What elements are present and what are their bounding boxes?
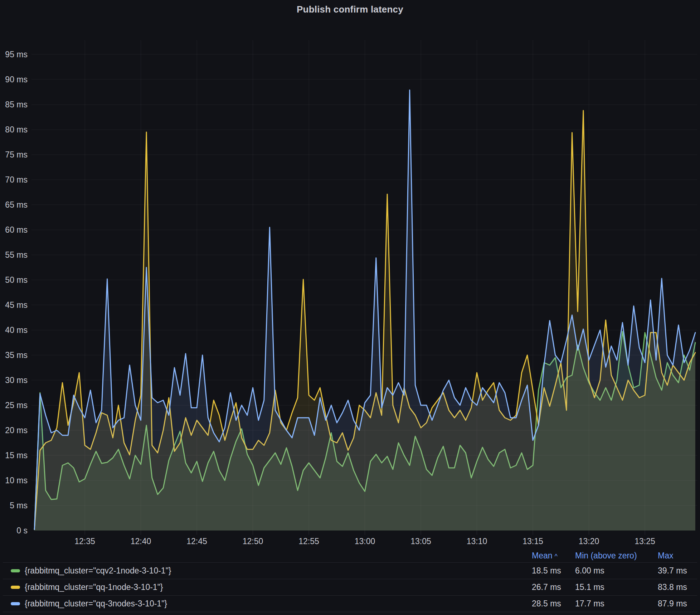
x-tick-label: 12:45 <box>186 537 207 546</box>
y-tick-label: 30 ms <box>5 376 28 385</box>
legend-series-label[interactable]: {rabbitmq_cluster="qq-3nodes-3-10-1"} <box>25 596 167 612</box>
min-value: 6.00 ms <box>575 563 604 579</box>
y-tick-label: 50 ms <box>5 275 28 285</box>
y-axis-labels: 0 s5 ms10 ms15 ms20 ms25 ms30 ms35 ms40 … <box>5 50 28 535</box>
min-value: 17.7 ms <box>575 596 604 612</box>
y-tick-label: 60 ms <box>5 225 28 234</box>
mean-value: 26.7 ms <box>532 579 561 595</box>
x-tick-label: 13:10 <box>467 537 487 546</box>
legend-sort-header-max[interactable]: Max <box>658 549 673 562</box>
legend-series-label[interactable]: {rabbitmq_cluster="cqv2-1node-3-10-1"} <box>25 563 171 579</box>
y-tick-label: 20 ms <box>5 426 28 435</box>
max-value: 83.8 ms <box>658 579 687 595</box>
max-value: 87.9 ms <box>658 596 687 612</box>
x-tick-label: 12:35 <box>74 537 95 546</box>
y-tick-label: 65 ms <box>5 200 28 209</box>
mean-value: 18.5 ms <box>532 563 561 579</box>
x-axis-labels: 12:3512:4012:4512:5012:5513:0013:0513:10… <box>74 537 655 546</box>
y-tick-label: 15 ms <box>5 451 28 460</box>
y-tick-label: 80 ms <box>5 125 28 134</box>
x-tick-label: 13:05 <box>410 537 431 546</box>
y-tick-label: 35 ms <box>5 350 28 360</box>
series-color-swatch[interactable] <box>11 569 20 572</box>
y-tick-label: 45 ms <box>5 300 28 310</box>
time-series-plot[interactable]: 0 s5 ms10 ms15 ms20 ms25 ms30 ms35 ms40 … <box>0 0 700 615</box>
legend-series-label[interactable]: {rabbitmq_cluster="qq-1node-3-10-1"} <box>25 579 163 595</box>
y-tick-label: 40 ms <box>5 325 28 335</box>
legend-sort-header-min-above-zero-[interactable]: Min (above zero) <box>575 549 637 562</box>
y-tick-label: 25 ms <box>5 401 28 410</box>
grafana-graph-panel: Publish confirm latency 0 s5 ms10 ms15 m… <box>0 0 700 615</box>
y-tick-label: 0 s <box>16 526 28 535</box>
x-tick-label: 12:40 <box>131 537 151 546</box>
y-tick-label: 75 ms <box>5 150 28 159</box>
y-tick-label: 90 ms <box>5 75 28 84</box>
y-tick-label: 55 ms <box>5 250 28 260</box>
sort-ascending-icon: ^ <box>555 553 558 560</box>
legend-row-separator <box>3 612 697 612</box>
y-tick-label: 85 ms <box>5 100 28 109</box>
series-color-swatch[interactable] <box>11 602 20 605</box>
y-tick-label: 95 ms <box>5 50 28 59</box>
y-tick-label: 70 ms <box>5 175 28 184</box>
legend-sort-header-mean[interactable]: Mean^ <box>532 549 558 562</box>
series-color-swatch[interactable] <box>11 586 20 589</box>
min-value: 15.1 ms <box>575 579 604 595</box>
x-tick-label: 13:15 <box>522 537 543 546</box>
max-value: 39.7 ms <box>658 563 687 579</box>
y-tick-label: 5 ms <box>10 501 28 510</box>
x-tick-label: 13:25 <box>635 537 655 546</box>
mean-value: 28.5 ms <box>532 596 561 612</box>
x-tick-label: 13:00 <box>355 537 375 546</box>
x-tick-label: 12:50 <box>243 537 263 546</box>
x-tick-label: 13:20 <box>579 537 599 546</box>
y-tick-label: 10 ms <box>5 476 28 485</box>
x-tick-label: 12:55 <box>298 537 319 546</box>
